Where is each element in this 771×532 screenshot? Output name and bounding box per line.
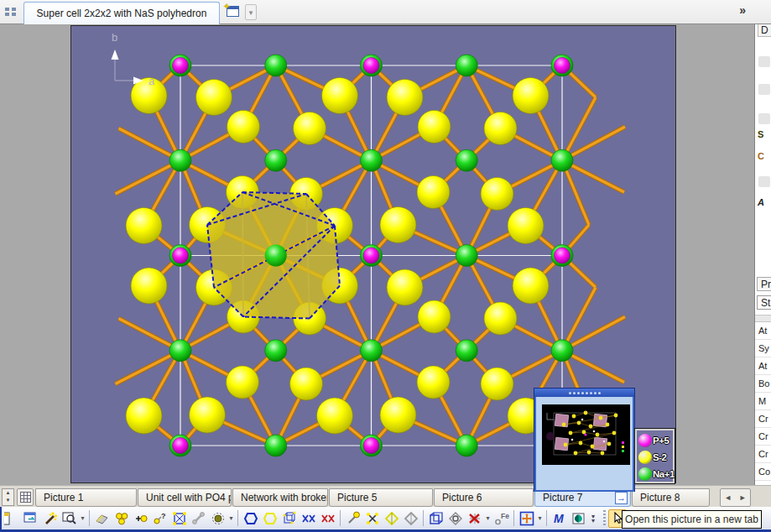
- properties-row[interactable]: Sy: [755, 341, 771, 357]
- right-properties-panel: D S C A Pr St AtSyAtBoMCrCrCrCoCoAt: [754, 21, 771, 532]
- panel-fragment: [758, 84, 770, 95]
- picture-tab[interactable]: Picture 8: [632, 488, 710, 507]
- render-sphere-icon[interactable]: [570, 509, 588, 528]
- workspace: b a: [0, 24, 754, 485]
- xx-red-icon[interactable]: [319, 509, 337, 528]
- toolbar-separator: [89, 510, 90, 526]
- toolbar-separator: [513, 510, 514, 526]
- legend-label: P+5: [653, 436, 669, 446]
- sphere-style-icon[interactable]: [209, 509, 227, 528]
- legend-item: S-2: [638, 449, 673, 466]
- polyhedron-yellow-icon[interactable]: [383, 509, 401, 528]
- new-tab-dropdown[interactable]: ▾: [245, 4, 257, 20]
- legend-item: P+5: [638, 432, 673, 449]
- toolbar-grip[interactable]: [603, 510, 606, 527]
- svg-text:M: M: [554, 512, 564, 525]
- hexagon-yellow-icon[interactable]: [261, 509, 279, 528]
- atom-cluster-icon[interactable]: [112, 509, 131, 528]
- tab-overview-button[interactable]: [17, 488, 34, 506]
- svg-text:?: ?: [161, 512, 166, 520]
- bonds-x-icon[interactable]: [363, 509, 382, 528]
- properties-row[interactable]: At: [755, 358, 771, 375]
- structure-dropdown[interactable]: St: [757, 295, 771, 310]
- properties-row[interactable]: At: [755, 323, 771, 340]
- measure-m-icon[interactable]: M: [550, 509, 569, 528]
- dropdown-arrow[interactable]: ▾: [536, 509, 544, 528]
- window-layout-icon[interactable]: [5, 8, 17, 17]
- atom-legend: P+5S-2Na+1: [635, 429, 675, 483]
- panel-fragment-text: C: [758, 151, 764, 161]
- document-cut-icon[interactable]: [3, 509, 21, 528]
- properties-row[interactable]: Bo: [755, 376, 771, 393]
- unit-cell-cube-icon[interactable]: [427, 509, 445, 528]
- properties-row[interactable]: Cr: [755, 429, 771, 446]
- broken-bond-icon[interactable]: ?: [151, 509, 169, 528]
- toolbar-separator: [237, 510, 238, 526]
- panel-fragment: [758, 176, 770, 187]
- export-picture-icon[interactable]: [22, 509, 40, 528]
- properties-row[interactable]: Co: [755, 464, 771, 481]
- picture-tab[interactable]: Network with broken...: [232, 488, 328, 507]
- panel-fragment-text: S: [758, 129, 763, 139]
- fe-element-icon[interactable]: Fe: [492, 509, 511, 528]
- move-mode-icon[interactable]: [518, 509, 536, 528]
- toolbar-separator: [340, 510, 341, 526]
- svg-text:a: a: [148, 75, 155, 87]
- picture-tab[interactable]: Picture 6: [434, 488, 534, 507]
- tab-overflow-chevron[interactable]: »: [739, 3, 746, 17]
- eraser-icon[interactable]: [93, 509, 112, 528]
- picture-tab[interactable]: Picture 1: [35, 488, 137, 507]
- new-star-icon: ✦: [223, 2, 230, 11]
- tooltip: Open this picture in a new tab: [622, 510, 762, 529]
- toolbar-separator: [546, 510, 547, 526]
- orbit-diamond-icon[interactable]: [446, 509, 465, 528]
- properties-section-header[interactable]: Pr: [757, 277, 771, 291]
- panel-separator: [755, 315, 771, 322]
- inset-structure-preview: [542, 404, 630, 465]
- tab-spinner[interactable]: ▲▼: [2, 488, 14, 506]
- properties-row[interactable]: Cr: [755, 446, 771, 463]
- wizard-wand-icon[interactable]: [41, 509, 60, 528]
- dropdown-arrow[interactable]: ▾: [484, 509, 492, 528]
- panel-fragment: [758, 56, 770, 67]
- tab-scroll-buttons[interactable]: ◄ ►: [720, 488, 751, 507]
- picture-tab-strip: ▲▼ Picture 1Unit cell with PO4 po...Netw…: [0, 485, 771, 507]
- create-bond-icon[interactable]: [344, 509, 362, 528]
- toolbar-separator: [423, 510, 424, 526]
- new-tab-button[interactable]: ✦: [225, 4, 243, 20]
- polyhedron-gray-icon[interactable]: [402, 509, 420, 528]
- dropdown-arrow[interactable]: ▾: [227, 509, 235, 528]
- add-atom-icon[interactable]: [132, 509, 150, 528]
- inset-preview-window[interactable]: [534, 388, 635, 492]
- open-in-new-tab-button[interactable]: →: [615, 492, 628, 504]
- network-cell-icon[interactable]: [170, 509, 189, 528]
- preview-magnifier-icon[interactable]: [60, 509, 79, 528]
- tab-scroll-left-icon[interactable]: ◄: [724, 493, 732, 502]
- delete-red-x-icon[interactable]: [466, 509, 484, 528]
- panel-fragment-text: A: [758, 197, 764, 207]
- document-tab-bar: Super cell 2x2x2 with NaS polyhedron ✦ ▾…: [0, 0, 771, 24]
- right-panel-header[interactable]: D: [758, 23, 771, 37]
- legend-color-dot: [638, 434, 652, 447]
- properties-row[interactable]: Cr: [755, 411, 771, 428]
- tab-scroll-right-icon[interactable]: ►: [739, 493, 747, 502]
- toolbar-overflow[interactable]: ▾▾: [588, 514, 598, 523]
- picture-tab[interactable]: Picture 5: [329, 488, 433, 507]
- legend-item: Na+1: [638, 466, 673, 482]
- svg-text:b: b: [112, 31, 117, 44]
- xx-blue-icon[interactable]: [300, 509, 318, 528]
- legend-label: Na+1: [653, 469, 675, 479]
- panel-fragment: [758, 113, 770, 124]
- properties-row[interactable]: M: [755, 394, 771, 410]
- legend-color-dot: [638, 451, 652, 464]
- legend-label: S-2: [653, 452, 666, 462]
- inset-titlebar-grip[interactable]: [534, 389, 634, 397]
- hexagon-blue-icon[interactable]: [242, 509, 260, 528]
- document-tab[interactable]: Super cell 2x2x2 with NaS polyhedron: [23, 2, 220, 24]
- bond-disabled-icon[interactable]: [190, 509, 208, 528]
- legend-color-dot: [638, 467, 652, 481]
- packing-cube-icon[interactable]: [280, 509, 299, 528]
- dropdown-arrow[interactable]: ▾: [79, 509, 86, 528]
- picture-tab[interactable]: Unit cell with PO4 po...: [138, 488, 232, 507]
- table-icon: [20, 492, 31, 503]
